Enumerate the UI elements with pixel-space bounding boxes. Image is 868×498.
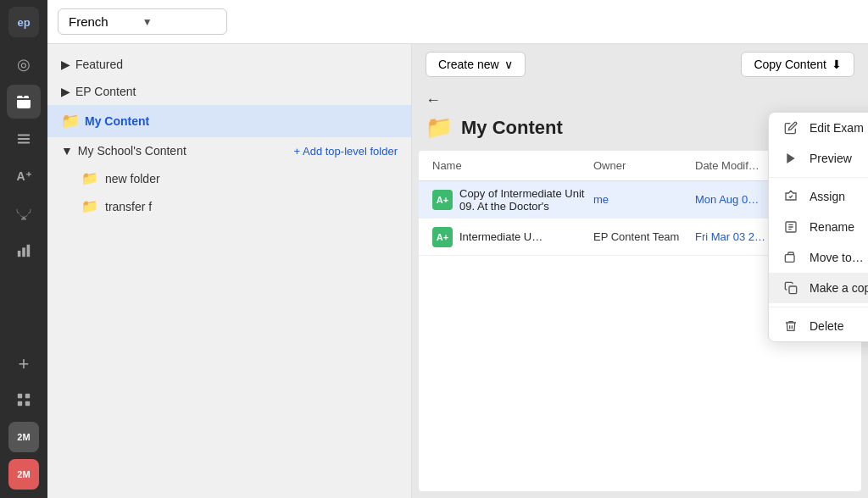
context-menu-assign[interactable]: Assign — [769, 181, 868, 212]
create-new-button[interactable]: Create new ∨ — [426, 52, 526, 77]
top-bar: French ▼ — [47, 0, 868, 44]
ep-content-label: EP Content — [75, 85, 136, 98]
add-folder-label: + Add top-level folder — [294, 145, 398, 158]
nav-font[interactable]: A⁺ — [7, 159, 41, 193]
context-menu-preview[interactable]: Preview ▶ — [769, 143, 868, 174]
download-icon: ⬇ — [832, 58, 842, 71]
content-body: ▶ Featured ▶ EP Content 📁 My Content ▼ M… — [47, 44, 868, 498]
my-content-label: My Content — [85, 114, 149, 128]
app-logo: ep — [8, 7, 39, 37]
svg-rect-2 — [27, 245, 31, 257]
grid-button[interactable] — [7, 383, 41, 417]
nav-compass[interactable]: ◎ — [7, 47, 41, 81]
subfolder-name: new folder — [105, 172, 160, 185]
svg-rect-0 — [18, 251, 21, 257]
cell-owner: EP Content Team — [593, 230, 695, 243]
plus-button[interactable]: + — [8, 349, 39, 379]
move-to-label: Move to… — [810, 251, 864, 264]
right-toolbar: Create new ∨ Copy Content ⬇ — [412, 44, 868, 85]
move-icon — [782, 251, 799, 264]
chevron-down-icon: ▼ — [61, 144, 73, 158]
item-icon: A+ — [432, 190, 453, 210]
badge-2m-1[interactable]: 2M — [8, 422, 39, 452]
delete-label: Delete — [810, 319, 843, 333]
svg-rect-9 — [785, 255, 794, 263]
icon-sidebar: ep ◎ A⁺ + 2M 2M — [0, 0, 47, 498]
content-title: My Content — [461, 117, 563, 139]
make-copy-label: Make a copy — [810, 281, 868, 295]
menu-divider — [769, 177, 868, 178]
rename-icon — [782, 220, 799, 234]
folder-icon: 📁 — [81, 170, 98, 186]
chevron-down-icon: ∨ — [504, 58, 513, 71]
copy-content-label: Copy Content — [754, 58, 826, 71]
my-schools-content-row: ▼ My School's Content + Add top-level fo… — [47, 137, 411, 164]
edit-exam-label: Edit Exam — [810, 121, 864, 135]
cell-name: A+ Copy of Intermediate Unit 09. At the … — [432, 187, 593, 213]
create-new-label: Create new — [438, 58, 499, 71]
chevron-right-icon: ▶ — [61, 58, 70, 71]
cell-owner: me — [593, 193, 695, 206]
nav-list[interactable] — [7, 122, 41, 156]
context-menu: Edit Exam Preview ▶ — [768, 112, 868, 342]
chevron-right-icon: ▶ — [61, 85, 70, 98]
nav-trophy[interactable] — [7, 196, 41, 230]
menu-divider — [769, 307, 868, 307]
folder-icon: 📁 — [61, 112, 80, 130]
right-panel: Create new ∨ Copy Content ⬇ ← 📁 My Conte… — [412, 44, 868, 498]
my-schools-left[interactable]: ▼ My School's Content — [61, 144, 186, 158]
svg-rect-4 — [25, 394, 30, 398]
svg-marker-7 — [787, 153, 794, 163]
chevron-down-icon: ▼ — [142, 16, 153, 28]
sidebar-item-ep-content[interactable]: ▶ EP Content — [47, 78, 411, 105]
main-area: French ▼ ▶ Featured ▶ EP Content 📁 My Co… — [47, 0, 868, 498]
assign-label: Assign — [810, 190, 845, 203]
sidebar-item-featured[interactable]: ▶ Featured — [47, 51, 411, 78]
badge-2m-2[interactable]: 2M — [8, 459, 39, 490]
assign-icon — [782, 190, 799, 203]
subfolder-new-folder[interactable]: 📁 new folder — [47, 164, 411, 192]
svg-rect-10 — [789, 286, 797, 294]
nav-chart[interactable] — [7, 234, 41, 268]
context-menu-rename[interactable]: Rename — [769, 212, 868, 242]
copy-icon — [782, 281, 799, 295]
col-name: Name — [432, 159, 593, 172]
context-menu-delete[interactable]: Delete — [769, 311, 868, 341]
content-folder-icon: 📁 — [426, 114, 453, 141]
cell-name: A+ Intermediate U… — [432, 227, 593, 247]
svg-rect-1 — [22, 247, 25, 257]
item-icon: A+ — [432, 227, 453, 247]
nav-folder[interactable] — [7, 85, 41, 119]
delete-icon — [782, 319, 799, 333]
language-selector[interactable]: French ▼ — [58, 8, 227, 35]
context-menu-move-to[interactable]: Move to… — [769, 242, 868, 273]
context-menu-edit-exam[interactable]: Edit Exam — [769, 113, 868, 143]
left-panel: ▶ Featured ▶ EP Content 📁 My Content ▼ M… — [47, 44, 412, 498]
featured-label: Featured — [75, 58, 123, 71]
item-name: Copy of Intermediate Unit 09. At the Doc… — [459, 187, 593, 213]
my-schools-label: My School's Content — [78, 144, 186, 158]
col-owner: Owner — [593, 159, 695, 172]
item-name: Intermediate U… — [459, 230, 542, 243]
context-menu-make-copy[interactable]: Make a copy — [769, 273, 868, 303]
svg-rect-5 — [18, 401, 22, 406]
edit-icon — [782, 121, 799, 135]
copy-content-button[interactable]: Copy Content ⬇ — [741, 52, 854, 77]
language-value: French — [69, 14, 108, 29]
svg-rect-3 — [18, 394, 22, 398]
svg-rect-6 — [25, 401, 30, 406]
sidebar-item-my-content[interactable]: 📁 My Content — [47, 105, 411, 137]
subfolder-transfer-f[interactable]: 📁 transfer f — [47, 192, 411, 220]
folder-icon: 📁 — [81, 198, 98, 214]
subfolder-name: transfer f — [105, 200, 152, 213]
play-icon — [782, 152, 799, 165]
add-top-level-folder-button[interactable]: + Add top-level folder — [294, 145, 398, 158]
back-button[interactable]: ← — [426, 91, 854, 109]
preview-label: Preview — [810, 152, 852, 165]
rename-label: Rename — [810, 220, 854, 234]
